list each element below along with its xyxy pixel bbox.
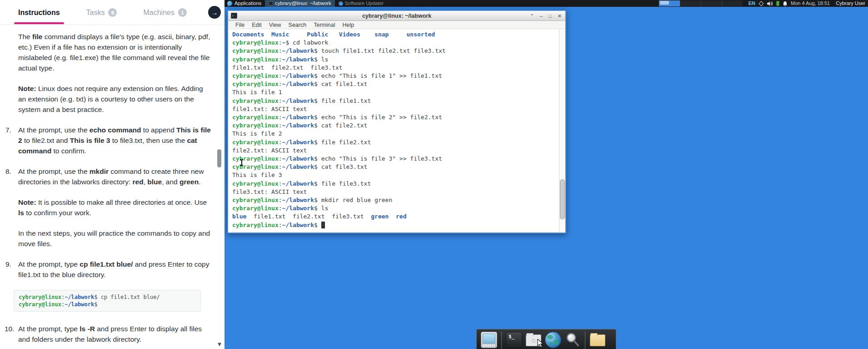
paragraph-file-command: The file command displays a file's type … [18, 31, 213, 73]
minimize-window-button[interactable]: – [540, 13, 543, 19]
app-finder-magnifier-icon[interactable] [564, 332, 581, 348]
battery-icon[interactable] [776, 1, 779, 6]
code-example-block: cybrary@linux:~/labwork$ cp file1.txt bl… [14, 290, 201, 312]
step-9-number: 9. [5, 259, 18, 280]
machines-count-badge: 1 [178, 8, 187, 17]
tab-machines-label: Machines [143, 9, 174, 17]
step-7: 7. At the prompt, use the echo command t… [18, 125, 213, 156]
step-8-number: 8. [5, 166, 18, 187]
keyboard-layout-indicator[interactable]: EN [748, 0, 755, 7]
top-taskbar: Applications cybrary@linux: ~/labwork ↓ … [224, 0, 868, 7]
workspace-pager[interactable] [659, 0, 743, 6]
close-window-button[interactable]: ✕ [558, 13, 562, 19]
terminal-scrollbar[interactable] [559, 29, 565, 233]
scroll-down-arrow-icon[interactable]: ▼ [216, 341, 223, 348]
arrow-right-icon: → [211, 9, 218, 16]
tab-machines[interactable]: Machines 1 [143, 0, 186, 24]
panel-tabs-bar: Instructions Tasks 8 Machines 1 → [0, 0, 224, 25]
menu-file[interactable]: File [232, 22, 248, 28]
software-updater-icon: ↓ [339, 1, 343, 6]
workspace-4[interactable] [722, 0, 743, 6]
ibeam-mouse-cursor [239, 159, 244, 166]
taskbar-window-updater-title: Software Updater [345, 0, 384, 7]
workspace-1[interactable] [659, 0, 680, 6]
workspace-3[interactable] [701, 0, 722, 6]
step-9-text: At the prompt, type cp file1.txt blue/ a… [18, 259, 213, 280]
tasks-count-badge: 8 [108, 8, 117, 17]
files-folder-icon[interactable] [589, 332, 606, 348]
terminal-output-area[interactable]: Documents Music Public Videos snap unsor… [228, 29, 559, 233]
taskbar-window-terminal[interactable]: cybrary@linux: ~/labwork [265, 0, 334, 7]
step-7-text: At the prompt, use the echo command to a… [18, 125, 213, 156]
panel-scrollbar-thumb[interactable] [217, 149, 221, 167]
menu-terminal[interactable]: Terminal [310, 22, 339, 28]
step-9: 9. At the prompt, type cp file1.txt blue… [18, 259, 213, 280]
web-browser-globe-icon[interactable] [545, 332, 561, 348]
step-10-text: At the prompt, type ls -R and press Ente… [18, 324, 213, 344]
dock-separator [501, 332, 502, 349]
clock[interactable]: Mon 4 Aug, 18:51 [791, 0, 830, 7]
terminal-mini-icon [269, 1, 273, 5]
step-8: 8. At the prompt, use the mkdir command … [18, 166, 213, 187]
workspace-2[interactable] [680, 0, 701, 6]
applications-menu-button[interactable]: Applications [234, 0, 261, 7]
step-10-number: 10. [5, 324, 18, 344]
dock-panel: $_ ⌂ [476, 329, 616, 349]
terminal-scrollbar-thumb[interactable] [560, 179, 565, 219]
notifications-bell-icon[interactable] [783, 1, 788, 6]
tab-tasks[interactable]: Tasks 8 [86, 0, 117, 24]
terminal-menu-bar: File Edit View Search Terminal Help [228, 21, 565, 29]
step-7-number: 7. [5, 125, 18, 156]
dock-separator [585, 332, 585, 349]
menu-edit[interactable]: Edit [248, 22, 265, 28]
tab-instructions-label: Instructions [18, 9, 60, 17]
note-mkdir: Note: It is possible to make all three d… [18, 197, 213, 218]
menu-help[interactable]: Help [339, 22, 358, 28]
linux-desktop[interactable]: Applications cybrary@linux: ~/labwork ↓ … [224, 0, 868, 349]
terminal-launcher-icon[interactable]: $_ [506, 332, 522, 348]
note-extensions: Note: Linux does not require any extensi… [18, 83, 213, 115]
tab-tasks-label: Tasks [86, 9, 105, 17]
step-8-text: At the prompt, use the mkdir command to … [18, 166, 213, 187]
maximize-window-button[interactable]: □ [549, 13, 552, 19]
instructions-content: The file command displays a file's type … [0, 25, 224, 344]
terminal-window: cybrary@linux: ~/labwork ⌃ – □ ✕ File Ed… [227, 10, 566, 233]
arrow-mouse-cursor [537, 339, 545, 349]
taskbar-window-terminal-title: cybrary@linux: ~/labwork [275, 0, 331, 7]
terminal-window-title: cybrary@linux: ~/labwork [362, 13, 431, 19]
instructions-panel: Instructions Tasks 8 Machines 1 → The fi… [0, 0, 224, 349]
screen-session-icon[interactable] [481, 332, 497, 348]
next-step-button[interactable]: → [208, 6, 221, 19]
menu-view[interactable]: View [265, 22, 285, 28]
tray-diamond-icon[interactable] [758, 1, 763, 6]
terminal-window-icon [231, 13, 237, 19]
xubuntu-logo-icon [227, 0, 232, 6]
tab-instructions[interactable]: Instructions [18, 1, 60, 24]
shade-window-button[interactable]: ⌃ [530, 13, 534, 19]
taskbar-window-updater[interactable]: ↓ Software Updater [335, 0, 388, 7]
volume-icon[interactable] [767, 1, 773, 6]
panel-scrollbar[interactable]: ▼ [216, 25, 223, 349]
menu-search[interactable]: Search [285, 22, 310, 28]
session-user-menu[interactable]: Cybrary User [836, 0, 865, 7]
terminal-title-bar[interactable]: cybrary@linux: ~/labwork ⌃ – □ ✕ [228, 11, 565, 21]
paragraph-next-steps: In the next steps, you will practice the… [18, 228, 213, 249]
step-10: 10. At the prompt, type ls -R and press … [18, 324, 213, 344]
